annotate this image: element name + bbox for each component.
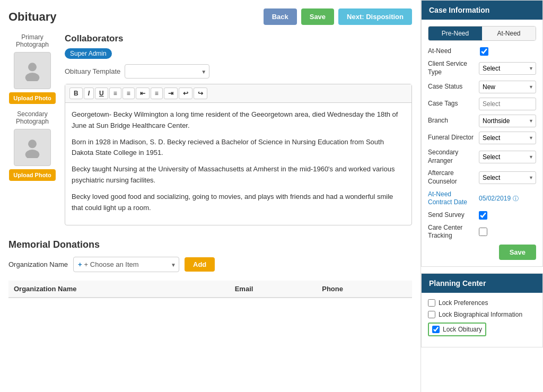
- aftercare-counselor-row: Aftercare Counselor Select: [428, 169, 536, 186]
- align-center-button[interactable]: ≡: [151, 88, 163, 99]
- email-header: Email: [230, 281, 317, 298]
- unordered-list-button[interactable]: ≡: [109, 88, 121, 99]
- obituary-template-row: Obituary Template: [65, 64, 412, 79]
- choose-item-text: + Choose an Item: [84, 260, 139, 268]
- italic-button[interactable]: I: [84, 88, 94, 99]
- choose-item-arrow-icon: ▼: [171, 262, 176, 267]
- client-service-type-label: Client Service Type: [428, 60, 476, 76]
- planning-center-panel: Planning Center Lock Preferences Lock Bi…: [421, 273, 543, 347]
- lock-preferences-checkbox[interactable]: [428, 299, 435, 307]
- at-need-label: At-Need: [428, 47, 476, 56]
- secondary-arranger-select[interactable]: Select: [479, 151, 536, 163]
- editor-content[interactable]: Georgetown- Becky Wilmington a long time…: [65, 103, 411, 225]
- photos-column: Primary Photograph Upload Photo Secondar…: [8, 33, 56, 234]
- send-survey-label: Send Survey: [428, 211, 476, 220]
- client-service-type-select[interactable]: Select: [479, 62, 536, 75]
- at-need-tab[interactable]: At-Need: [482, 27, 536, 40]
- align-right-button[interactable]: ⇥: [164, 88, 178, 99]
- lock-preferences-item: Lock Preferences: [428, 299, 536, 307]
- obituary-template-select-container: [125, 64, 209, 79]
- info-icon[interactable]: ⓘ: [513, 195, 519, 202]
- page-header: Obituary Back Save Next: Disposition: [8, 8, 412, 25]
- lock-biographical-label: Lock Biographical Information: [439, 311, 522, 318]
- lock-biographical-item: Lock Biographical Information: [428, 311, 536, 318]
- pre-need-tab[interactable]: Pre-Need: [428, 27, 482, 40]
- care-center-tracking-checkbox[interactable]: [479, 228, 487, 236]
- page-title: Obituary: [8, 10, 56, 24]
- donations-table: Organization Name Email Phone: [8, 281, 412, 298]
- choose-item-dropdown[interactable]: + + Choose an Item: [73, 257, 179, 272]
- upload-primary-photo-button[interactable]: Upload Photo: [9, 92, 56, 104]
- editor-paragraph-1: Georgetown- Becky Wilmington a long time…: [72, 109, 405, 132]
- branch-container: Northside: [479, 115, 536, 127]
- aftercare-counselor-container: Select: [479, 171, 536, 184]
- svg-point-2: [28, 140, 37, 148]
- back-button[interactable]: Back: [264, 8, 297, 25]
- contract-date-label: At-Need Contract Date: [428, 190, 476, 207]
- ordered-list-button[interactable]: ≡: [122, 88, 135, 99]
- lock-biographical-checkbox[interactable]: [428, 311, 435, 318]
- client-service-type-container: Select: [479, 62, 536, 75]
- funeral-director-container: Select: [479, 132, 536, 144]
- case-information-panel: Case Information Pre-Need At-Need At-Nee…: [421, 0, 543, 267]
- choose-item-container: + + Choose an Item ▼: [73, 257, 179, 272]
- sidebar: Case Information Pre-Need At-Need At-Nee…: [421, 0, 543, 392]
- branch-select[interactable]: Northside: [479, 115, 536, 127]
- primary-photo-section: Primary Photograph Upload Photo: [8, 33, 56, 104]
- lock-obituary-label: Lock Obituary: [443, 326, 482, 333]
- secondary-arranger-row: Secondary Arranger Select: [428, 149, 536, 165]
- next-button[interactable]: Next: Disposition: [338, 8, 412, 25]
- svg-point-0: [28, 63, 37, 71]
- case-status-label: Case Status: [428, 83, 476, 91]
- phone-header: Phone: [317, 281, 412, 298]
- case-tags-input[interactable]: [479, 98, 536, 110]
- person-silhouette-icon: [22, 60, 43, 81]
- primary-photo-label: Primary Photograph: [8, 33, 56, 49]
- redo-button[interactable]: ↪: [194, 88, 207, 99]
- send-survey-checkbox[interactable]: [479, 211, 487, 220]
- case-save-row: Save: [428, 245, 536, 260]
- align-left-button[interactable]: ⇤: [136, 88, 150, 99]
- client-service-type-row: Client Service Type Select: [428, 60, 536, 76]
- case-panel-header: Case Information: [422, 1, 542, 20]
- obituary-template-label: Obituary Template: [65, 67, 120, 75]
- bold-button[interactable]: B: [69, 88, 83, 99]
- org-name-header: Organization Name: [8, 281, 230, 298]
- header-buttons: Back Save Next: Disposition: [264, 8, 412, 25]
- editor-paragraph-3: Becky taught Nursing at the University o…: [72, 164, 405, 186]
- editor-paragraph-2: Born in 1928 in Madison, S. D. Becky rec…: [72, 137, 405, 159]
- case-status-select[interactable]: New: [479, 81, 536, 93]
- super-admin-badge: Super Admin: [65, 48, 112, 59]
- lock-obituary-container: Lock Obituary: [428, 323, 486, 336]
- secondary-arranger-label: Secondary Arranger: [428, 149, 476, 165]
- lock-obituary-checkbox[interactable]: [432, 326, 440, 333]
- memorial-donations-section: Memorial Donations Organization Name + +…: [8, 239, 412, 298]
- org-name-row: Organization Name + + Choose an Item ▼ A…: [8, 257, 412, 272]
- upload-secondary-photo-button[interactable]: Upload Photo: [9, 169, 56, 181]
- planning-panel-body: Lock Preferences Lock Biographical Infor…: [422, 293, 542, 347]
- add-organization-button[interactable]: Add: [185, 257, 215, 272]
- underline-button[interactable]: U: [95, 88, 108, 99]
- case-tags-row: Case Tags: [428, 98, 536, 110]
- memorial-title: Memorial Donations: [8, 239, 412, 250]
- branch-label: Branch: [428, 117, 476, 125]
- collaborators-title: Collaborators: [65, 33, 412, 44]
- editor-toolbar: B I U ≡ ≡ ⇤ ≡ ⇥ ↩ ↪: [65, 84, 411, 103]
- save-button[interactable]: Save: [301, 8, 334, 25]
- funeral-director-label: Funeral Director: [428, 134, 476, 142]
- branch-row: Branch Northside: [428, 115, 536, 127]
- plus-icon: +: [78, 260, 82, 268]
- undo-button[interactable]: ↩: [179, 88, 192, 99]
- funeral-director-select[interactable]: Select: [479, 132, 536, 144]
- at-need-checkbox[interactable]: [480, 47, 488, 56]
- primary-photo-placeholder: [14, 52, 51, 89]
- case-save-button[interactable]: Save: [499, 245, 536, 260]
- collaborators-section: Collaborators Super Admin Obituary Templ…: [65, 33, 412, 79]
- aftercare-counselor-select[interactable]: Select: [479, 171, 536, 184]
- lock-preferences-label: Lock Preferences: [439, 299, 488, 307]
- secondary-photo-label: Secondary Photograph: [8, 110, 56, 126]
- contract-date-value-container: 05/02/2019 ⓘ: [479, 194, 536, 203]
- lock-obituary-item: Lock Obituary: [428, 323, 536, 336]
- obituary-template-select[interactable]: [125, 64, 209, 79]
- secondary-photo-section: Secondary Photograph Upload Photo: [8, 110, 56, 181]
